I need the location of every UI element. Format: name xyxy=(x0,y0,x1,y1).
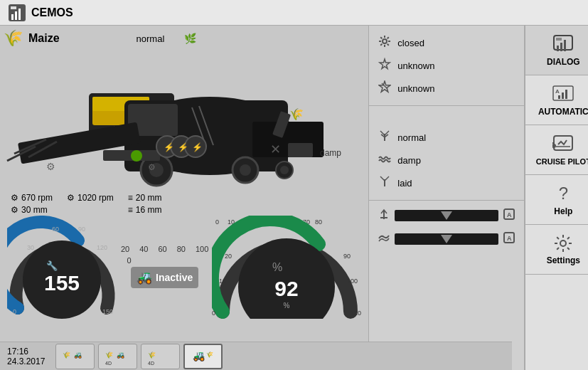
automatic-button[interactable]: A AUTOMATIC xyxy=(525,75,588,125)
status-normal-label: normal xyxy=(397,132,426,143)
svg-text:%: % xyxy=(284,302,290,310)
gear-icon-1: ⚙ xyxy=(11,193,18,203)
svg-rect-86 xyxy=(562,92,564,99)
svg-text:🌾: 🌾 xyxy=(289,107,304,121)
main-area: 🌾 Maize normal 🌿 70 xyxy=(0,26,588,370)
svg-text:90: 90 xyxy=(343,253,351,260)
svg-text:⚙: ⚙ xyxy=(148,162,156,172)
svg-rect-1 xyxy=(11,14,14,20)
scale-20: 20 xyxy=(121,245,129,253)
footer-btn-1[interactable]: 🌾 🚜 xyxy=(55,344,95,369)
stat-mm3: ≡ 16 mm xyxy=(128,205,162,215)
settings-button[interactable]: Settings xyxy=(525,225,588,275)
settings-icon xyxy=(554,234,572,253)
svg-text:110: 110 xyxy=(351,310,361,317)
svg-point-89 xyxy=(552,144,556,148)
top-status-section: closed unknown unknown xyxy=(369,26,524,106)
crop-name: Maize xyxy=(28,32,60,45)
cemos-logo-icon xyxy=(7,3,27,23)
status-unknown-1: unknown xyxy=(378,54,515,77)
dialog-icon xyxy=(552,34,574,54)
svg-text:0: 0 xyxy=(13,308,16,315)
speed-gauge: 0 30 60 90 120 150 155 🔧 xyxy=(7,216,117,321)
footer-btn-3[interactable]: 🌾 4D xyxy=(141,344,180,369)
slider-track-2[interactable] xyxy=(395,233,498,245)
svg-text:80: 80 xyxy=(315,218,322,226)
status-laid-label: laid xyxy=(397,178,412,189)
status-unknown-1-label: unknown xyxy=(397,60,434,71)
stats-row: ⚙ 670 rpm ⚙ 30 mm ⚙ 1020 rpm ≡ 20 mm xyxy=(4,193,365,215)
status-closed-label: closed xyxy=(397,38,424,48)
slider-row-2: A xyxy=(378,231,515,246)
stat-mm1: ⚙ 30 mm xyxy=(11,205,53,215)
stat-mm2: ≡ 20 mm xyxy=(128,193,162,203)
svg-text:🌾: 🌾 xyxy=(148,351,156,359)
svg-text:%: % xyxy=(272,261,282,273)
status-closed: closed xyxy=(378,31,515,54)
engine-icon: ⚙ xyxy=(67,193,75,203)
svg-text:92: 92 xyxy=(275,277,299,300)
rpm1-value: 670 rpm xyxy=(21,193,53,203)
crop-normal-icon xyxy=(378,130,392,145)
combine-illustration: 70 xyxy=(4,51,352,193)
svg-text:100: 100 xyxy=(347,278,358,285)
footer-datetime: 17:16 24.3.2017 xyxy=(7,347,45,366)
svg-text:⚡: ⚡ xyxy=(164,142,174,152)
svg-point-17 xyxy=(280,166,289,174)
scale-40: 40 xyxy=(139,245,148,253)
svg-text:🚜: 🚜 xyxy=(74,351,82,359)
svg-text:⚡: ⚡ xyxy=(178,142,188,152)
help-icon: ? xyxy=(559,184,568,204)
automatic-icon: A xyxy=(552,84,574,104)
settings-label: Settings xyxy=(547,255,580,265)
help-button[interactable]: ? Help xyxy=(525,175,588,225)
app-logo: CEMOS xyxy=(7,3,73,23)
slider-track-1[interactable] xyxy=(395,210,498,221)
rpm2-value: 1020 rpm xyxy=(77,193,114,203)
percent-gauge: 0 10 20 30 40 50 60 70 80 % xyxy=(212,216,361,321)
star-icon-2 xyxy=(378,80,392,96)
cruise-pilot-button[interactable]: CRUISE PILOT xyxy=(525,125,588,175)
svg-text:A: A xyxy=(507,211,512,218)
spacer xyxy=(369,106,524,120)
svg-text:A: A xyxy=(507,235,512,242)
status-unknown-2: unknown xyxy=(378,77,515,100)
svg-rect-81 xyxy=(564,40,566,51)
crop-condition: normal xyxy=(137,33,165,44)
scale-80: 80 xyxy=(177,245,186,253)
middle-panel: closed unknown unknown xyxy=(368,26,525,370)
footer-btn-4[interactable]: 🚜 🌾 xyxy=(183,344,223,369)
svg-text:✕: ✕ xyxy=(270,142,281,157)
slider-arrow-2 xyxy=(441,235,452,243)
svg-text:A: A xyxy=(555,88,560,95)
svg-text:⚡: ⚡ xyxy=(192,142,203,152)
svg-rect-80 xyxy=(560,43,562,51)
laid-icon xyxy=(378,175,392,191)
crop-info: 🌾 Maize normal 🌿 xyxy=(4,29,365,48)
bottom-status-section: normal damp xyxy=(369,120,524,201)
star-icon-1 xyxy=(378,58,392,73)
cruise-pilot-icon xyxy=(552,134,574,154)
app-title: CEMOS xyxy=(31,6,73,19)
status-unknown-2-label: unknown xyxy=(397,83,434,94)
svg-text:90: 90 xyxy=(78,226,85,233)
app-header: CEMOS xyxy=(0,0,588,26)
gear-icon-2: ⚙ xyxy=(11,205,18,215)
svg-point-35 xyxy=(131,150,142,162)
dialog-button[interactable]: DIALOG xyxy=(525,26,588,75)
slider-row-1: A xyxy=(378,208,515,223)
svg-text:30: 30 xyxy=(27,244,34,251)
mm-icon-2: ≡ xyxy=(128,205,133,215)
scale-area: 20 40 60 80 100 0 🚜 Inactive xyxy=(121,245,208,292)
svg-point-90 xyxy=(560,240,566,246)
svg-text:⚙: ⚙ xyxy=(46,161,55,172)
svg-text:damp: damp xyxy=(320,148,341,158)
mm2-value: 20 mm xyxy=(136,193,162,203)
slider-icon-right-2: A xyxy=(503,231,515,246)
svg-rect-2 xyxy=(15,11,17,20)
footer-btn-2[interactable]: 🌾 🚜 4D xyxy=(98,344,137,369)
svg-text:155: 155 xyxy=(44,271,80,295)
status-damp-label: damp xyxy=(397,155,421,166)
svg-text:🚜: 🚜 xyxy=(193,350,205,362)
svg-text:🌾: 🌾 xyxy=(206,351,213,358)
